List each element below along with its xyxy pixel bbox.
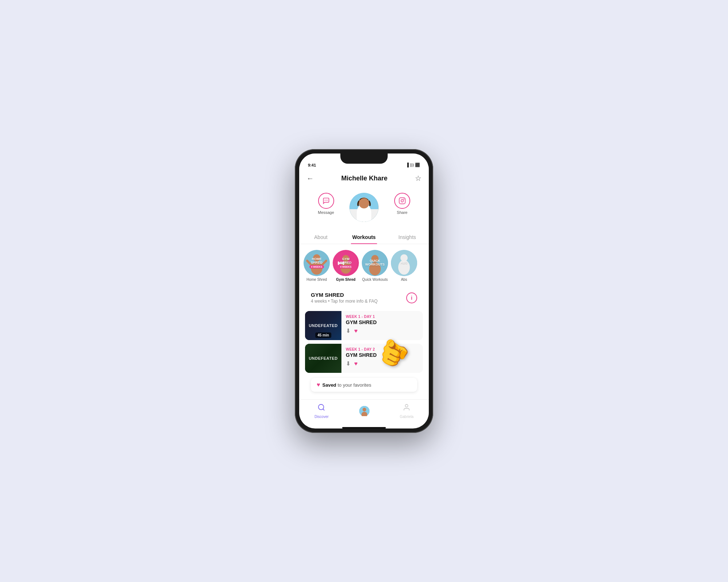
home-shred-name: Home Shred	[306, 278, 327, 282]
back-button[interactable]: ←	[306, 174, 314, 183]
profile-label: Gabriela	[400, 415, 414, 419]
status-time: 9:41	[308, 163, 316, 167]
workout-thumb-1: UNDEFEATED 45 min	[305, 311, 341, 340]
heart-icon-1[interactable]: ♥	[354, 328, 358, 334]
nav-profile[interactable]: Gabriela	[400, 403, 414, 419]
category-circle-abs: ABS	[391, 250, 417, 276]
phone-screen: 9:41 ▐ ))) ⬛ ← Michelle Khare ☆	[299, 154, 429, 428]
action-buttons: Message	[299, 188, 429, 222]
category-circle-quick: QUICKWORKOUTS	[362, 250, 388, 276]
avatar-image	[349, 193, 379, 222]
bottom-nav: Discover Gabriela	[299, 399, 429, 426]
message-label: Message	[318, 210, 334, 215]
home-bar	[342, 427, 386, 428]
workout-info-1: WEEK 1 - DAY 1 GYM SHRED ⬇ ♥	[341, 311, 423, 340]
discover-icon	[317, 403, 325, 414]
svg-point-30	[405, 404, 408, 407]
message-button[interactable]: Message	[318, 193, 334, 222]
nav-discover[interactable]: Discover	[314, 403, 329, 419]
gym-shred-name: Gym Shred	[336, 278, 355, 282]
profile-avatar	[349, 193, 379, 222]
page-title: Michelle Khare	[341, 175, 387, 182]
svg-rect-2	[349, 209, 379, 222]
notch	[340, 154, 388, 164]
share-icon	[394, 193, 410, 209]
workout-thumb-2: UNDEFEATED	[305, 344, 341, 373]
category-abs[interactable]: ABS Abs	[391, 250, 417, 282]
main-screen: ← Michelle Khare ☆	[299, 170, 429, 399]
gym-shred-overlay: GYMSHRED 4 WEEKS	[334, 251, 358, 275]
tab-workouts[interactable]: Workouts	[343, 231, 386, 244]
abs-title: ABS	[400, 261, 407, 265]
svg-point-3	[357, 207, 371, 217]
toast-text: Saved to your favorites	[323, 382, 371, 388]
nav-avatar	[359, 406, 369, 416]
category-home-shred[interactable]: HOMESHRED 4 WEEKS Home Shred	[304, 250, 330, 282]
message-icon	[318, 193, 334, 209]
category-circle-gym: GYMSHRED 4 WEEKS	[333, 250, 359, 276]
profile-icon	[403, 403, 411, 414]
workout-actions-2: ⬇ ♥	[346, 360, 419, 367]
workout-duration-1: 45 min	[315, 332, 331, 338]
profile-section: Message	[299, 186, 429, 226]
workout-card-1[interactable]: UNDEFEATED 45 min WEEK 1 - DAY 1 GYM SHR…	[305, 311, 423, 340]
quick-workouts-name: Quick Workouts	[362, 278, 388, 282]
workout-title-1: GYM SHRED	[346, 319, 419, 325]
discover-label: Discover	[314, 415, 329, 419]
share-button[interactable]: Share	[394, 193, 410, 222]
svg-point-26	[318, 404, 324, 410]
svg-rect-6	[399, 198, 405, 204]
workout-actions-1: ⬇ ♥	[346, 327, 419, 334]
category-circle-home: HOMESHRED 4 WEEKS	[304, 250, 330, 276]
abs-name: Abs	[401, 278, 407, 282]
workout-list: UNDEFEATED 45 min WEEK 1 - DAY 1 GYM SHR…	[299, 311, 429, 393]
share-label: Share	[397, 210, 407, 215]
bottom-spacer	[299, 393, 429, 399]
thumb-text-2: UNDEFEATED	[309, 356, 337, 360]
tab-insights[interactable]: Insights	[385, 231, 429, 244]
workout-info-2: WEEK 1 - DAY 2 GYM SHRED ⬇ ♥	[341, 344, 423, 373]
nav-home[interactable]	[359, 406, 369, 416]
gym-shred-badge: 4 WEEKS	[339, 265, 353, 268]
program-title: GYM SHRED	[311, 292, 377, 298]
favorite-button[interactable]: ☆	[415, 174, 422, 183]
category-gym-shred[interactable]: GYMSHRED 4 WEEKS Gym Shred	[333, 250, 359, 282]
category-list: HOMESHRED 4 WEEKS Home Shred	[299, 244, 429, 284]
heart-icon-2[interactable]: ♥	[354, 360, 358, 367]
svg-point-8	[403, 199, 404, 200]
page-header: ← Michelle Khare ☆	[299, 170, 429, 186]
svg-point-7	[401, 200, 403, 202]
gym-shred-title: GYMSHRED	[340, 258, 352, 265]
program-subtitle: 4 weeks • Tap for more info & FAQ	[311, 299, 377, 304]
quick-workouts-title: QUICKWORKOUTS	[365, 259, 385, 267]
workout-week-1: WEEK 1 - DAY 1	[346, 315, 419, 319]
home-shred-overlay: HOMESHRED 4 WEEKS	[304, 250, 330, 276]
abs-overlay: ABS	[391, 250, 417, 276]
home-shred-badge: 4 WEEKS	[309, 265, 324, 268]
workout-title-2: GYM SHRED	[346, 352, 419, 358]
program-header: GYM SHRED 4 weeks • Tap for more info & …	[305, 287, 423, 308]
svg-rect-4	[361, 204, 367, 210]
program-info: GYM SHRED 4 weeks • Tap for more info & …	[311, 292, 377, 304]
workout-card-2[interactable]: UNDEFEATED WEEK 1 - DAY 2 GYM SHRED ⬇ ♥	[305, 344, 423, 373]
phone-frame: 9:41 ▐ ))) ⬛ ← Michelle Khare ☆	[295, 149, 433, 433]
tab-bar: About Workouts Insights	[299, 231, 429, 244]
svg-point-28	[363, 408, 366, 411]
workout-week-2: WEEK 1 - DAY 2	[346, 347, 419, 351]
home-shred-title: HOMESHRED	[311, 258, 323, 265]
quick-workouts-overlay: QUICKWORKOUTS	[362, 250, 388, 276]
category-quick-workouts[interactable]: QUICKWORKOUTS Quick Workouts	[362, 250, 388, 282]
download-icon-2[interactable]: ⬇	[346, 360, 351, 367]
status-icons: ▐ ))) ⬛	[406, 163, 420, 167]
tab-about[interactable]: About	[299, 231, 343, 244]
info-button[interactable]: i	[406, 292, 417, 303]
download-icon-1[interactable]: ⬇	[346, 327, 351, 334]
saved-toast: ♥ Saved to your favorites	[311, 378, 417, 392]
toast-heart-icon: ♥	[317, 382, 320, 388]
thumb-text-1: UNDEFEATED	[309, 323, 337, 328]
